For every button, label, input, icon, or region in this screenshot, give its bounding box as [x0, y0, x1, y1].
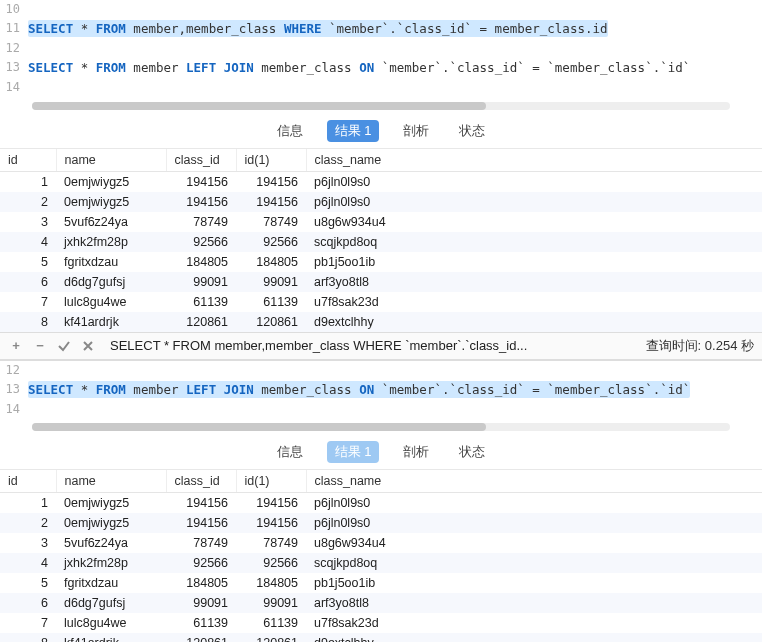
cell[interactable]: 78749 — [236, 533, 306, 553]
table-row[interactable]: 4jxhk2fm28p9256692566scqjkpd8oq — [0, 553, 762, 573]
cell[interactable]: u7f8sak23d — [306, 613, 762, 633]
cell[interactable]: lulc8gu4we — [56, 292, 166, 312]
cell[interactable]: jxhk2fm28p — [56, 232, 166, 252]
cell[interactable]: arf3yo8tl8 — [306, 593, 762, 613]
cell[interactable]: 7 — [0, 292, 56, 312]
cell[interactable]: 8 — [0, 312, 56, 332]
table-row[interactable]: 10emjwiygz5194156194156p6jln0l9s0 — [0, 492, 762, 513]
cancel-icon[interactable] — [80, 338, 96, 354]
cell[interactable]: 92566 — [166, 553, 236, 573]
editor-line[interactable]: 13SELECT * FROM member LEFT JOIN member_… — [0, 58, 762, 78]
table-row[interactable]: 35vuf6z24ya7874978749u8g6w934u4 — [0, 212, 762, 232]
table-row[interactable]: 20emjwiygz5194156194156p6jln0l9s0 — [0, 513, 762, 533]
cell[interactable]: kf41ardrjk — [56, 312, 166, 332]
cell[interactable]: 4 — [0, 232, 56, 252]
column-header[interactable]: name — [56, 149, 166, 172]
cell[interactable]: 7 — [0, 613, 56, 633]
code-text[interactable]: SELECT * FROM member,member_class WHERE … — [28, 19, 762, 39]
code-text[interactable]: SELECT * FROM member LEFT JOIN member_cl… — [28, 380, 762, 400]
table-row[interactable]: 5fgritxdzau184805184805pb1j5oo1ib — [0, 252, 762, 272]
cell[interactable]: jxhk2fm28p — [56, 553, 166, 573]
sql-editor-1[interactable]: 1011SELECT * FROM member,member_class WH… — [0, 0, 762, 98]
column-header[interactable]: id — [0, 149, 56, 172]
results-table-2[interactable]: idnameclass_idid(1)class_name10emjwiygz5… — [0, 470, 762, 642]
cell[interactable]: 194156 — [166, 192, 236, 212]
editor-line[interactable]: 12 — [0, 39, 762, 58]
cell[interactable]: 3 — [0, 212, 56, 232]
editor-line[interactable]: 13SELECT * FROM member LEFT JOIN member_… — [0, 380, 762, 400]
cell[interactable]: 6 — [0, 593, 56, 613]
cell[interactable]: 78749 — [236, 212, 306, 232]
cell[interactable]: p6jln0l9s0 — [306, 513, 762, 533]
cell[interactable]: fgritxdzau — [56, 252, 166, 272]
remove-row-icon[interactable]: − — [32, 338, 48, 354]
cell[interactable]: 78749 — [166, 533, 236, 553]
cell[interactable]: 120861 — [236, 312, 306, 332]
cell[interactable]: p6jln0l9s0 — [306, 492, 762, 513]
cell[interactable]: 194156 — [166, 513, 236, 533]
cell[interactable]: 194156 — [236, 492, 306, 513]
tab-info[interactable]: 信息 — [271, 441, 309, 463]
cell[interactable]: u8g6w934u4 — [306, 212, 762, 232]
cell[interactable]: 194156 — [236, 192, 306, 212]
table-row[interactable]: 7lulc8gu4we6113961139u7f8sak23d — [0, 613, 762, 633]
cell[interactable]: 1 — [0, 492, 56, 513]
editor-line[interactable]: 14 — [0, 78, 762, 97]
tab-status[interactable]: 状态 — [453, 120, 491, 142]
cell[interactable]: kf41ardrjk — [56, 633, 166, 642]
tab-result1[interactable]: 结果 1 — [327, 120, 380, 142]
cell[interactable]: u7f8sak23d — [306, 292, 762, 312]
cell[interactable]: 5 — [0, 252, 56, 272]
table-row[interactable]: 8kf41ardrjk120861120861d9extclhhy — [0, 633, 762, 642]
cell[interactable]: 120861 — [166, 312, 236, 332]
cell[interactable]: 61139 — [236, 292, 306, 312]
column-header[interactable]: class_name — [306, 470, 762, 493]
cell[interactable]: 92566 — [166, 232, 236, 252]
cell[interactable]: d9extclhhy — [306, 312, 762, 332]
cell[interactable]: 194156 — [166, 171, 236, 192]
sql-editor-2[interactable]: 1213SELECT * FROM member LEFT JOIN membe… — [0, 361, 762, 419]
table-row[interactable]: 7lulc8gu4we6113961139u7f8sak23d — [0, 292, 762, 312]
table-row[interactable]: 20emjwiygz5194156194156p6jln0l9s0 — [0, 192, 762, 212]
cell[interactable]: 5vuf6z24ya — [56, 212, 166, 232]
cell[interactable]: 0emjwiygz5 — [56, 192, 166, 212]
cell[interactable]: 3 — [0, 533, 56, 553]
table-row[interactable]: 10emjwiygz5194156194156p6jln0l9s0 — [0, 171, 762, 192]
cell[interactable]: arf3yo8tl8 — [306, 272, 762, 292]
results-table-1[interactable]: idnameclass_idid(1)class_name10emjwiygz5… — [0, 149, 762, 332]
cell[interactable]: 6 — [0, 272, 56, 292]
cell[interactable]: 99091 — [166, 593, 236, 613]
column-header[interactable]: class_id — [166, 149, 236, 172]
cell[interactable]: 5vuf6z24ya — [56, 533, 166, 553]
tab-profile[interactable]: 剖析 — [397, 120, 435, 142]
code-text[interactable]: SELECT * FROM member LEFT JOIN member_cl… — [28, 58, 762, 78]
table-row[interactable]: 4jxhk2fm28p9256692566scqjkpd8oq — [0, 232, 762, 252]
cell[interactable]: 184805 — [166, 252, 236, 272]
cell[interactable]: 184805 — [236, 252, 306, 272]
cell[interactable]: 61139 — [166, 292, 236, 312]
cell[interactable]: 120861 — [236, 633, 306, 642]
cell[interactable]: p6jln0l9s0 — [306, 192, 762, 212]
column-header[interactable]: id(1) — [236, 149, 306, 172]
tab-result1[interactable]: 结果 1 — [327, 441, 380, 463]
editor-line[interactable]: 10 — [0, 0, 762, 19]
cell[interactable]: scqjkpd8oq — [306, 553, 762, 573]
table-row[interactable]: 35vuf6z24ya7874978749u8g6w934u4 — [0, 533, 762, 553]
column-header[interactable]: id(1) — [236, 470, 306, 493]
editor-line[interactable]: 11SELECT * FROM member,member_class WHER… — [0, 19, 762, 39]
cell[interactable]: d9extclhhy — [306, 633, 762, 642]
table-row[interactable]: 6d6dg7gufsj9909199091arf3yo8tl8 — [0, 272, 762, 292]
cell[interactable]: 61139 — [236, 613, 306, 633]
cell[interactable]: scqjkpd8oq — [306, 232, 762, 252]
cell[interactable]: 194156 — [236, 513, 306, 533]
column-header[interactable]: id — [0, 470, 56, 493]
tab-info[interactable]: 信息 — [271, 120, 309, 142]
cell[interactable]: 184805 — [166, 573, 236, 593]
cell[interactable]: 2 — [0, 192, 56, 212]
cell[interactable]: 0emjwiygz5 — [56, 513, 166, 533]
cell[interactable]: 194156 — [236, 171, 306, 192]
cell[interactable]: 99091 — [236, 272, 306, 292]
table-row[interactable]: 5fgritxdzau184805184805pb1j5oo1ib — [0, 573, 762, 593]
cell[interactable]: 61139 — [166, 613, 236, 633]
cell[interactable]: d6dg7gufsj — [56, 593, 166, 613]
